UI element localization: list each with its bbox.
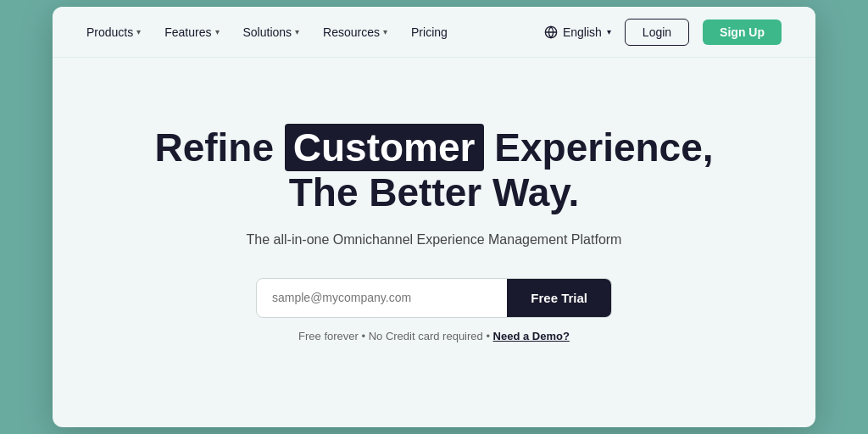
language-selector[interactable]: English ▾ xyxy=(544,25,611,39)
cta-note: Free forever • No Credit card required •… xyxy=(298,330,570,342)
free-trial-button[interactable]: Free Trial xyxy=(507,279,611,317)
nav-item-products[interactable]: Products ▾ xyxy=(86,25,141,39)
hero-section: Refine Customer Experience, The Better W… xyxy=(53,58,815,427)
hero-subtitle: The all-in-one Omnichannel Experience Ma… xyxy=(247,232,622,248)
navbar: Products ▾ Features ▾ Solutions ▾ Resour… xyxy=(53,7,815,58)
globe-icon xyxy=(544,25,558,39)
need-demo-link[interactable]: Need a Demo? xyxy=(493,330,570,342)
nav-label-pricing: Pricing xyxy=(411,25,448,39)
hero-title-before: Refine xyxy=(154,125,274,170)
cta-form: Free Trial xyxy=(256,278,612,318)
chevron-features-icon: ▾ xyxy=(215,27,220,36)
nav-label-features: Features xyxy=(164,25,211,39)
nav-label-resources: Resources xyxy=(323,25,380,39)
login-button[interactable]: Login xyxy=(625,19,689,46)
nav-item-solutions[interactable]: Solutions ▾ xyxy=(243,25,300,39)
nav-actions: English ▾ Login Sign Up xyxy=(544,19,782,46)
nav-item-features[interactable]: Features ▾ xyxy=(164,25,219,39)
hero-title: Refine Customer Experience, The Better W… xyxy=(154,125,713,215)
browser-window: Products ▾ Features ▾ Solutions ▾ Resour… xyxy=(53,7,815,427)
hero-title-after: Experience, xyxy=(494,125,713,170)
hero-title-highlight: Customer xyxy=(285,124,484,171)
nav-label-solutions: Solutions xyxy=(243,25,292,39)
signup-button[interactable]: Sign Up xyxy=(703,19,782,45)
nav-links: Products ▾ Features ▾ Solutions ▾ Resour… xyxy=(86,25,448,39)
nav-item-resources[interactable]: Resources ▾ xyxy=(323,25,387,39)
nav-item-pricing[interactable]: Pricing xyxy=(411,25,448,39)
hero-title-line2: The Better Way. xyxy=(289,170,580,214)
email-input[interactable] xyxy=(257,279,507,316)
cta-note-text: Free forever • No Credit card required • xyxy=(298,330,490,342)
chevron-products-icon: ▾ xyxy=(136,27,141,36)
language-label: English xyxy=(563,25,602,39)
chevron-solutions-icon: ▾ xyxy=(295,27,299,36)
nav-label-products: Products xyxy=(86,25,133,39)
chevron-resources-icon: ▾ xyxy=(383,27,387,36)
language-chevron-icon: ▾ xyxy=(607,27,611,36)
